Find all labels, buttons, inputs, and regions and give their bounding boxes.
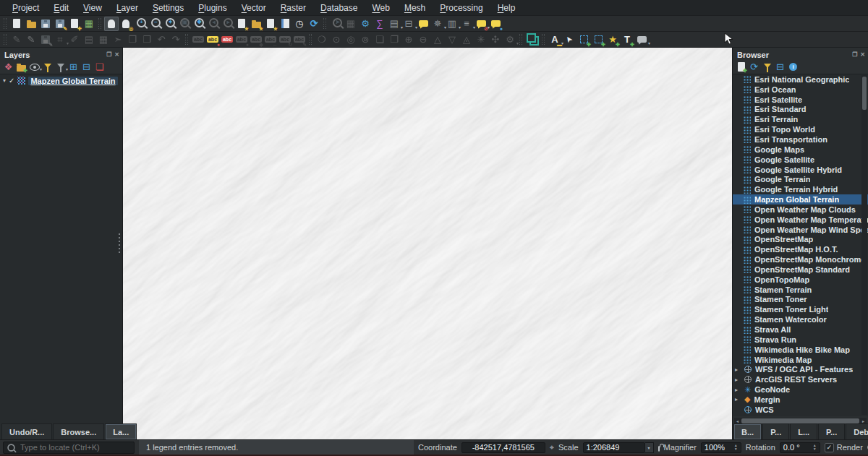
manage-map-themes[interactable]: ▾ <box>28 61 41 73</box>
browser-item-stamen-terrain[interactable]: Stamen Terrain <box>733 285 868 295</box>
filter-browser[interactable] <box>761 61 773 73</box>
open-attribute-table[interactable]: ▦ <box>344 17 358 31</box>
browser-item-wikimedia-hike-bike-map[interactable]: Wikimedia Hike Bike Map <box>733 345 868 355</box>
menu-database[interactable]: Database <box>314 1 364 14</box>
expand-all[interactable]: ⊞ <box>67 61 80 73</box>
browser-vertical-scrollbar[interactable] <box>861 75 867 415</box>
float-panel-icon[interactable]: ❐ <box>852 51 857 58</box>
scrollbar-thumb[interactable] <box>741 418 859 423</box>
browser-item-esri-transportation[interactable]: Esri Transportation <box>733 134 868 145</box>
dock-tab-p[interactable]: P... <box>818 423 845 439</box>
layer-visibility-checkbox[interactable]: ✓ <box>9 77 14 85</box>
split-features[interactable]: ⊕ <box>401 33 416 47</box>
new-spatial-bookmark[interactable]: ★ <box>234 17 249 31</box>
filter-legend-by-expression[interactable]: ▾ <box>54 61 67 73</box>
zoom-last[interactable] <box>205 17 220 31</box>
form-annotation[interactable]: ▾ <box>634 33 649 47</box>
layout-manager[interactable] <box>278 17 292 31</box>
browser-item-wfs-ogc-api-features[interactable]: ▸WFS / OGC API - Features <box>733 364 868 374</box>
delete-ring[interactable]: ✣ <box>488 33 503 47</box>
browser-item-google-maps[interactable]: Google Maps <box>733 145 868 155</box>
current-edits[interactable]: ✎ <box>9 33 24 47</box>
browser-item-google-satellite-hybrid[interactable]: Google Satellite Hybrid <box>733 165 868 175</box>
menu-settings[interactable]: Settings <box>146 1 190 14</box>
add-group[interactable]: ✚ <box>15 61 27 73</box>
field-calculator[interactable]: ▦ <box>96 33 111 47</box>
zoom-next[interactable] <box>220 17 234 31</box>
zoom-to-selection[interactable] <box>176 17 191 31</box>
locate-input[interactable] <box>19 442 116 452</box>
browser-item-google-terrain-hybrid[interactable]: Google Terrain Hybrid <box>733 184 868 194</box>
remove-notes[interactable]: ⊘▾ <box>474 17 488 31</box>
advanced-digitizing[interactable]: ✐ <box>67 33 82 47</box>
simplify-feature[interactable]: ✳ <box>474 33 488 47</box>
polygon-annotation[interactable]: ✚ <box>576 33 591 47</box>
browser-item-openstreetmap-standard[interactable]: OpenStreetMap Standard <box>733 264 868 275</box>
marker-annotation[interactable]: ★✚ <box>605 33 620 47</box>
menu-web[interactable]: Web <box>365 1 396 14</box>
toolbar-handle[interactable] <box>323 18 328 30</box>
spinner-arrows-icon[interactable]: ▲▼ <box>813 444 817 451</box>
pin-unpin-labels[interactable]: abc◆ <box>249 33 263 47</box>
scale-combo[interactable]: 1:206849 ▾ <box>583 442 654 453</box>
check-geometries[interactable]: ❍ <box>315 33 329 47</box>
merge-attributes[interactable]: ▽ <box>445 33 459 47</box>
undo[interactable]: ↶ <box>154 33 169 47</box>
spinner-arrows-icon[interactable]: ▲▼ <box>734 444 738 451</box>
new-project[interactable] <box>9 17 24 31</box>
map-tips[interactable] <box>416 17 430 31</box>
measure[interactable]: ⊟▾ <box>401 17 416 31</box>
browser-item-geonode[interactable]: ▸✳GeoNode <box>733 384 868 395</box>
menu-layer[interactable]: Layer <box>110 1 145 14</box>
tracing[interactable]: ⊚ <box>358 33 373 47</box>
browser-item-esri-topo-world[interactable]: Esri Topo World <box>733 124 868 134</box>
menu-view[interactable]: View <box>77 1 109 14</box>
browser-item-google-satellite[interactable]: Google Satellite <box>733 155 868 165</box>
rotation-field[interactable]: 0.0 ° ▲▼ <box>780 442 820 453</box>
dock-tab-undo-r[interactable]: Undo/R... <box>1 423 52 439</box>
browser-item-stamen-watercolor[interactable]: Stamen Watercolor <box>733 314 868 324</box>
collapse-all[interactable]: ⊟ <box>80 61 93 73</box>
chevron-right-icon[interactable]: ▸ <box>735 387 741 393</box>
render-checkbox[interactable]: ✓ <box>825 443 834 452</box>
processing-toolbox[interactable]: ⚙ <box>358 17 373 31</box>
browser-item-strava-all[interactable]: Strava All <box>733 324 868 335</box>
save-project-as[interactable]: ✎ <box>53 17 67 31</box>
rotate-label[interactable]: abc↻ <box>278 33 292 47</box>
change-label-properties[interactable]: abc✎ <box>292 33 307 47</box>
new-virtual-layer[interactable] <box>525 33 540 47</box>
browser-item-openstreetmap-h-o-t[interactable]: OpenStreetMap H.O.T. <box>733 244 868 254</box>
close-panel-icon[interactable]: ✕ <box>860 51 865 58</box>
copy-features[interactable]: ❐ <box>125 33 140 47</box>
move-feature[interactable]: ➣ <box>111 33 125 47</box>
magnifier-field[interactable]: 100% ▲▼ <box>701 442 741 453</box>
dock-tab-p[interactable]: P... <box>762 423 789 439</box>
bookmark-manager[interactable]: ★ <box>263 17 278 31</box>
menu-plugins[interactable]: Plugins <box>192 1 233 14</box>
browser-item-esri-national-geographic[interactable]: Esri National Geographic <box>733 74 868 85</box>
digitize-options[interactable]: ⌗▾ <box>53 33 67 47</box>
layer-list-tool[interactable]: ≡▾ <box>459 17 474 31</box>
toggle-extents-icon[interactable]: ⌖ <box>550 444 554 452</box>
chevron-right-icon[interactable]: ▸ <box>735 366 741 373</box>
chevron-down-icon[interactable]: ▾ <box>645 442 654 453</box>
refresh-map[interactable]: ⟳ <box>307 17 321 31</box>
highlight-pinned-labels[interactable]: abc● <box>234 33 249 47</box>
close-panel-icon[interactable]: ✕ <box>114 51 119 58</box>
label-toolbar-settings[interactable]: abc <box>191 33 205 47</box>
save-project[interactable] <box>38 17 53 31</box>
style-manager[interactable]: ▦ <box>82 17 96 31</box>
coordinate-field[interactable]: -842517,4781565 <box>461 442 545 453</box>
print-layouts[interactable]: ▤▾ <box>387 17 401 31</box>
show-spatial-bookmarks[interactable]: ★ <box>249 17 263 31</box>
zoom-out[interactable] <box>148 17 162 31</box>
reshape-features[interactable]: ❐ <box>387 33 401 47</box>
chevron-right-icon[interactable]: ▸ <box>735 396 741 403</box>
open-project[interactable] <box>24 17 38 31</box>
browser-item-open-weather-map-temperature[interactable]: Open Weather Map Temperature <box>733 215 868 225</box>
dock-splitter-handle[interactable] <box>118 231 121 253</box>
toolbar-handle[interactable] <box>184 34 190 46</box>
layer-labeling-options[interactable]: abc● <box>205 33 220 47</box>
scroll-right-icon[interactable]: ▸ <box>860 418 867 423</box>
browser-item-openstreetmap[interactable]: OpenStreetMap <box>733 235 868 245</box>
